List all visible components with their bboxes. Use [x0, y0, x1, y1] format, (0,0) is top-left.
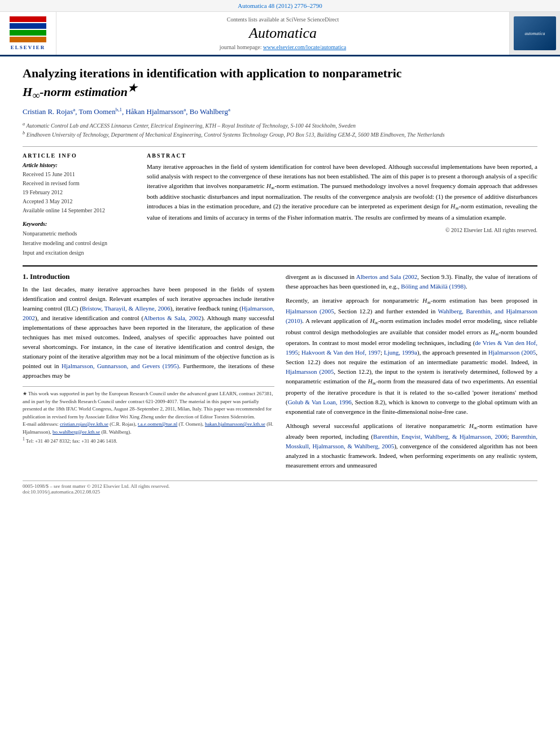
footnotes-left: ★ This work was supported in part by the…	[23, 386, 274, 445]
ref-albertos-sala[interactable]: Albertos and Sala (2002	[356, 273, 418, 280]
ref-hjalmarsson2005[interactable]: Hjalmarsson (2005	[286, 308, 334, 314]
keyword-3: Input and excitation design	[23, 248, 135, 257]
footnote-1: 1 Tel: +31 40 247 8332; fax: +31 40 246 …	[23, 436, 274, 445]
keyword-1: Nonparametric methods	[23, 229, 135, 238]
journal-homepage-link[interactable]: www.elsevier.com/locate/automatica	[263, 44, 346, 50]
revised-date: 19 February 2012	[23, 188, 135, 197]
abstract-label: ABSTRACT	[147, 152, 537, 159]
body-right-para-1: divergent as is discussed in Albertos an…	[286, 272, 537, 291]
article-title-math: H∞-norm estimation★	[23, 85, 137, 99]
email-oomen[interactable]: t.a.e.oomen@tue.nl	[138, 421, 177, 427]
email-hjalmarsson[interactable]: hakan.hjalmarsson@ee.kth.se	[205, 421, 265, 427]
keyword-2: Iterative modeling and control design	[23, 238, 135, 248]
elsevier-text: ELSEVIER	[11, 45, 46, 50]
received-date: Received 15 June 2011	[23, 170, 135, 179]
affiliation-b: b Eindhoven University of Technology, De…	[23, 130, 537, 139]
ref-boling[interactable]: Böling and Mäkilä (1998)	[401, 283, 466, 290]
automatica-logo-text: automatica	[525, 31, 545, 36]
contents-line: Contents lists available at SciVerse Sci…	[227, 16, 339, 23]
body-right-para-2: Recently, an iterative approach for nonp…	[286, 296, 537, 417]
svg-rect-1	[10, 23, 46, 29]
copyright-text: © 2012 Elsevier Ltd. All rights reserved…	[147, 227, 537, 233]
intro-para-1: In the last decades, many iterative appr…	[23, 285, 274, 381]
citation-bar: Automatica 48 (2012) 2776–2790	[0, 0, 560, 12]
elsevier-svg-logo	[10, 16, 46, 45]
body-col-right: divergent as is discussed in Albertos an…	[286, 272, 537, 475]
history-label: Article history:	[23, 162, 135, 168]
journal-name: Automatica	[249, 25, 317, 42]
svg-rect-0	[10, 16, 46, 22]
author-3: Håkan Hjalmarssona	[125, 107, 186, 116]
abstract-section: ABSTRACT Many iterative approaches in th…	[147, 152, 537, 257]
footer-bar: 0005-1098/$ – see front matter © 2012 El…	[23, 480, 537, 495]
journal-homepage: journal homepage: www.elsevier.com/locat…	[220, 44, 346, 50]
section-title: Introduction	[30, 272, 70, 281]
email-wahlberg[interactable]: bo.wahlberg@ee.kth.se	[53, 429, 100, 435]
ref-hjalmarsson2005b[interactable]: Hjalmarsson (2005	[488, 349, 536, 356]
available-online-date: Available online 14 September 2012	[23, 206, 135, 215]
body-col-left: 1. Introduction In the last decades, man…	[23, 272, 274, 475]
elsevier-logo-area: ELSEVIER	[0, 12, 56, 55]
keywords-label: Keywords:	[23, 221, 135, 227]
author-4: Bo Wahlberga	[190, 107, 230, 116]
section-number: 1.	[23, 272, 28, 281]
elsevier-logo: ELSEVIER	[10, 16, 46, 50]
ref-hjalmarsson1995[interactable]: Hjalmarsson, Gunnarsson, and Gevers (199…	[62, 362, 179, 369]
ref-hakvoort[interactable]: Hakvoort & Van den Hof, 1997	[301, 349, 380, 356]
journal-header: ELSEVIER Contents lists available at Sci…	[0, 12, 560, 56]
article-info-section: ARTICLE INFO Article history: Received 1…	[23, 152, 135, 257]
footer-doi: doi:10.1016/j.automatica.2012.08.025	[23, 489, 537, 495]
title-star: ★	[128, 82, 137, 94]
article-info-label: ARTICLE INFO	[23, 152, 135, 159]
footer-issn: 0005-1098/$ – see front matter © 2012 El…	[23, 483, 537, 489]
ref-barenthin2006[interactable]: Barenthin, Enqvist, Wahlberg, & Hjalmars…	[373, 433, 508, 440]
ref-hjalmarsson2005c[interactable]: Hjalmarsson (2005	[286, 368, 334, 375]
accepted-date: Accepted 3 May 2012	[23, 197, 135, 206]
ref-bristow[interactable]: Bristow, Tharayil, & Alleyne, 2006	[82, 305, 170, 312]
footnote-emails: E-mail addresses: cristian.rojas@ee.kth.…	[23, 421, 274, 436]
affiliation-a: a Automatic Control Lab and ACCESS Linna…	[23, 121, 537, 130]
automatica-logo: automatica	[514, 16, 556, 50]
ref-albertos[interactable]: Albertos & Sala, 2002	[143, 314, 201, 321]
body-divider	[23, 265, 537, 267]
body-section: 1. Introduction In the last decades, man…	[23, 272, 537, 475]
svg-rect-3	[10, 37, 46, 42]
author-2: Tom Oomenb,1	[78, 107, 121, 116]
body-right-para-3: Although several successful applications…	[286, 421, 537, 471]
journal-header-center: Contents lists available at SciVerse Sci…	[56, 12, 509, 55]
ref-ljung[interactable]: Ljung, 1999a	[384, 349, 417, 356]
info-abstract-section: ARTICLE INFO Article history: Received 1…	[23, 152, 537, 257]
svg-rect-2	[10, 30, 46, 36]
keywords-section: Keywords: Nonparametric methods Iterativ…	[23, 221, 135, 257]
article-title: Analyzing iterations in identification w…	[23, 65, 537, 103]
affiliations: a Automatic Control Lab and ACCESS Linna…	[23, 121, 537, 139]
section1-heading: 1. Introduction	[23, 272, 274, 281]
author-1: Cristian R. Rojasa	[23, 107, 75, 116]
ref-golub[interactable]: Golub & Van Loan, 1996	[288, 399, 352, 405]
email-rojas[interactable]: cristian.rojas@ee.kth.se	[60, 421, 108, 427]
article-history: Article history: Received 15 June 2011 R…	[23, 162, 135, 215]
citation-text: Automatica 48 (2012) 2776–2790	[238, 2, 322, 9]
revised-form-label: Received in revised form	[23, 179, 135, 188]
abstract-text: Many iterative approaches in the field o…	[147, 162, 537, 222]
footnote-star: ★ This work was supported in part by the…	[23, 390, 274, 421]
authors-line: Cristian R. Rojasa, Tom Oomenb,1, Håkan …	[23, 106, 537, 117]
journal-logo-box: automatica	[509, 12, 560, 55]
main-content: Analyzing iterations in identification w…	[0, 56, 560, 504]
header-divider	[23, 146, 537, 147]
article-title-text: Analyzing iterations in identification w…	[23, 66, 402, 80]
